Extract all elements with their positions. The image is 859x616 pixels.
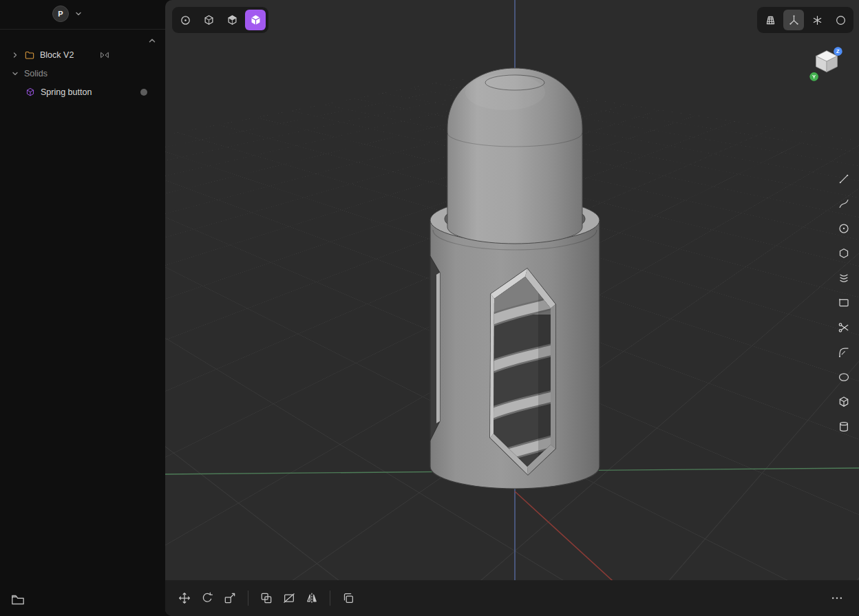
grid-display-toggle-button[interactable] [760, 10, 781, 30]
render-mode-wireframe-button[interactable] [198, 10, 219, 30]
user-menu[interactable]: P [0, 4, 83, 23]
curve-tool-button[interactable] [833, 193, 855, 215]
viewport-3d[interactable]: Z Y [165, 0, 859, 616]
ellipse-tool-icon [837, 370, 851, 384]
snap-points-toggle-icon [811, 14, 824, 27]
outliner-toggle-button[interactable] [10, 591, 26, 608]
cylinder-tool-button[interactable] [833, 416, 855, 438]
scale-tool-icon [223, 591, 237, 605]
rectangle-tool-button[interactable] [833, 292, 855, 314]
model-cap-highlight [465, 74, 545, 110]
folder-icon [24, 50, 35, 61]
move-tool-button[interactable] [173, 587, 195, 609]
visibility-dot[interactable] [140, 89, 147, 96]
spring-button-model[interactable] [430, 68, 600, 489]
polygon-tool-button[interactable] [833, 242, 855, 264]
chevron-down-icon [74, 10, 83, 18]
chevron-down-icon[interactable] [11, 70, 19, 78]
snap-axes-toggle-button[interactable] [783, 10, 804, 30]
user-initial: P [58, 10, 63, 18]
polygon-tool-icon [837, 246, 851, 260]
mirror-modifier-icon[interactable] [99, 50, 110, 61]
rotate-tool-icon [200, 591, 214, 605]
bottom-toolbar [165, 580, 859, 616]
mirror-tool-button[interactable] [301, 587, 323, 609]
sidebar-divider [0, 29, 165, 30]
collapse-outliner-button[interactable] [147, 36, 157, 45]
render-mode-rendered-button[interactable] [245, 10, 266, 30]
project-label: Block V2 [40, 50, 74, 60]
nav-cube-body[interactable] [816, 51, 838, 72]
more-menu-slot [826, 587, 848, 609]
render-modes-toolbar [172, 7, 268, 33]
outliner-tree: Block V2 Solids Spring button [0, 45, 165, 101]
render-mode-shaded-icon [226, 14, 239, 27]
boolean-tool-icon [259, 591, 273, 605]
duplicate-tool-button[interactable] [337, 587, 359, 609]
move-tool-icon [178, 591, 191, 605]
render-mode-wireframe-icon [202, 14, 215, 27]
scene-canvas[interactable] [165, 0, 859, 616]
line-tool-icon [837, 172, 851, 186]
cut-tool-button[interactable] [278, 587, 300, 609]
circle-tool-button[interactable] [833, 217, 855, 240]
mirror-tool-icon [305, 591, 319, 605]
orbit-toggle-button[interactable] [830, 10, 851, 30]
circle-tool-icon [837, 222, 851, 235]
bottom-tool-groups [173, 587, 359, 609]
line-tool-button[interactable] [833, 168, 855, 190]
more-menu-icon [830, 591, 844, 605]
render-mode-xray-button[interactable] [175, 10, 195, 30]
scale-tool-button[interactable] [219, 587, 241, 609]
solids-group-label: Solids [24, 69, 47, 78]
snap-axes-toggle-icon [787, 14, 800, 27]
toolbar-separator [248, 591, 248, 606]
sketch-tools-palette [833, 168, 855, 438]
render-mode-shaded-button[interactable] [222, 10, 242, 30]
rectangle-tool-icon [837, 296, 851, 310]
tree-item-spring-button[interactable]: Spring button [0, 83, 165, 101]
box-tool-icon [837, 395, 851, 409]
model-side-slot-face [436, 273, 440, 423]
render-mode-xray-icon [179, 14, 192, 27]
nav-cube[interactable]: Z Y [807, 44, 847, 84]
orbit-toggle-icon [834, 14, 847, 27]
snap-points-toggle-button[interactable] [807, 10, 827, 30]
nav-axis-z-label: Z [836, 48, 840, 54]
nav-axis-y-label: Y [812, 74, 816, 80]
chevron-right-icon[interactable] [11, 51, 19, 59]
window-face-right [551, 304, 555, 449]
window-face-left [490, 294, 494, 438]
solid-cube-icon [25, 87, 36, 98]
spiral-tool-button[interactable] [833, 267, 855, 289]
grid-display-toggle-icon [764, 14, 777, 27]
solid-item-label: Spring button [41, 87, 92, 97]
more-menu-button[interactable] [826, 587, 848, 609]
trim-tool-button[interactable] [833, 317, 855, 339]
trim-tool-icon [837, 321, 851, 334]
render-mode-rendered-icon [249, 14, 262, 27]
sidebar: P Block V2 [0, 0, 165, 616]
tree-group-solids[interactable]: Solids [0, 64, 165, 83]
ellipse-tool-button[interactable] [833, 366, 855, 388]
fillet-tool-button[interactable] [833, 341, 855, 363]
cut-tool-icon [282, 591, 296, 605]
spiral-tool-icon [837, 271, 851, 285]
duplicate-tool-icon [341, 591, 355, 605]
fillet-tool-icon [837, 346, 851, 359]
tree-item-project[interactable]: Block V2 [0, 45, 165, 64]
toolbar-separator [330, 591, 330, 606]
boolean-tool-button[interactable] [255, 587, 277, 609]
box-tool-button[interactable] [833, 391, 855, 413]
user-avatar[interactable]: P [52, 6, 69, 22]
rotate-tool-button[interactable] [196, 587, 218, 609]
cylinder-tool-icon [837, 420, 851, 434]
curve-tool-icon [837, 197, 851, 211]
view-tools-toolbar [757, 7, 853, 33]
